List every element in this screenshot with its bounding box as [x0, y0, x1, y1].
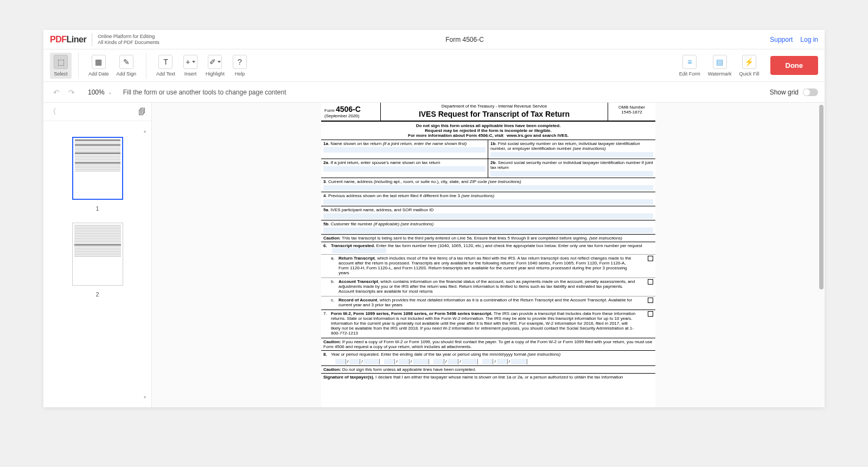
sub-toolbar: ↶ ↷ 100% ⌄ Fill the form or use another …	[43, 82, 825, 103]
help-icon: ?	[233, 55, 247, 69]
highlight-tool[interactable]: ✐ Highlight	[202, 53, 228, 79]
redo-button[interactable]: ↷	[65, 86, 78, 99]
signature-icon: ✎	[119, 55, 133, 69]
hint-text: Fill the form or use another tools to ch…	[123, 89, 286, 96]
edit-form-tool[interactable]: ≡ Edit Form	[676, 53, 704, 79]
text-icon: T	[158, 55, 173, 69]
field-1a[interactable]	[323, 147, 486, 153]
logo-area: PDFLiner Online Platform for Editing All…	[50, 33, 159, 46]
thumbnail-page-1[interactable]	[72, 137, 123, 200]
pages-icon[interactable]: 🗐	[138, 108, 146, 116]
login-link[interactable]: Log in	[800, 36, 818, 43]
plus-icon: +	[183, 55, 197, 69]
document-title: Form 4506-C	[159, 36, 770, 43]
chevron-down-icon: ⌄	[108, 90, 112, 95]
checkbox-6a[interactable]	[648, 256, 653, 261]
select-tool[interactable]: ⬚ Select	[50, 53, 72, 79]
field-8-date4[interactable]: //	[482, 359, 527, 364]
field-5b[interactable]	[323, 228, 653, 233]
scroll-up-icon: ▴	[144, 129, 146, 134]
add-text-tool[interactable]: T Add Text	[153, 53, 178, 79]
add-sign-tool[interactable]: ✎ Add Sign	[113, 53, 140, 79]
field-8-date2[interactable]: //	[384, 359, 429, 364]
thumbnail-label-2: 2	[95, 291, 99, 298]
calendar-icon: ▦	[92, 55, 106, 69]
insert-tool[interactable]: + Insert	[180, 53, 201, 79]
add-date-tool[interactable]: ▦ Add Date	[85, 53, 112, 79]
scrollbar[interactable]	[819, 105, 824, 405]
scroll-down-icon: ▾	[144, 395, 146, 400]
field-6-formnum[interactable]	[332, 248, 386, 253]
back-button[interactable]: 〈	[49, 107, 56, 117]
form-page: Form 4506-C (September 2020) Department …	[321, 103, 655, 407]
field-2a[interactable]	[323, 166, 486, 172]
logo: PDFLiner	[50, 35, 86, 45]
support-link[interactable]: Support	[770, 36, 793, 43]
field-5a[interactable]	[323, 213, 653, 219]
header-bar: PDFLiner Online Platform for Editing All…	[43, 30, 825, 49]
thumbnail-label-1: 1	[95, 205, 99, 212]
toolbar: ⬚ Select ▦ Add Date ✎ Add Sign T Add Tex…	[43, 49, 825, 82]
highlighter-icon: ✐	[208, 55, 222, 69]
watermark-tool[interactable]: ▤ Watermark	[705, 53, 735, 79]
field-2b[interactable]	[490, 171, 653, 176]
show-grid-toggle[interactable]	[803, 89, 818, 96]
form-icon: ≡	[682, 55, 697, 69]
checkbox-6c[interactable]	[648, 298, 653, 303]
checkbox-7[interactable]	[648, 311, 653, 317]
tagline: Online Platform for Editing All Kinds of…	[98, 34, 159, 46]
thumbnail-sidebar: 〈 🗐 ▴ 1	[43, 103, 152, 407]
bolt-icon: ⚡	[742, 55, 756, 69]
cursor-icon: ⬚	[54, 55, 68, 69]
watermark-icon: ▤	[713, 55, 727, 69]
field-4[interactable]	[323, 199, 653, 205]
main-area: 〈 🗐 ▴ 1	[43, 103, 825, 407]
done-button[interactable]: Done	[770, 56, 819, 75]
show-grid-label: Show grid	[770, 89, 799, 96]
document-canvas[interactable]: Form 4506-C (September 2020) Department …	[152, 103, 825, 407]
field-8-date3[interactable]: //	[433, 359, 478, 364]
app-window: PDFLiner Online Platform for Editing All…	[43, 30, 825, 407]
logo-divider	[92, 33, 92, 46]
undo-button[interactable]: ↶	[50, 86, 63, 99]
field-8-date1[interactable]: //	[335, 359, 380, 364]
help-tool[interactable]: ? Help	[229, 53, 251, 79]
quick-fill-tool[interactable]: ⚡ Quick Fill	[736, 53, 762, 79]
checkbox-6b[interactable]	[648, 279, 653, 285]
thumbnail-page-2[interactable]	[72, 223, 123, 286]
field-3[interactable]	[323, 185, 653, 191]
zoom-selector[interactable]: 100% ⌄	[88, 89, 112, 96]
field-1b[interactable]	[490, 152, 653, 157]
